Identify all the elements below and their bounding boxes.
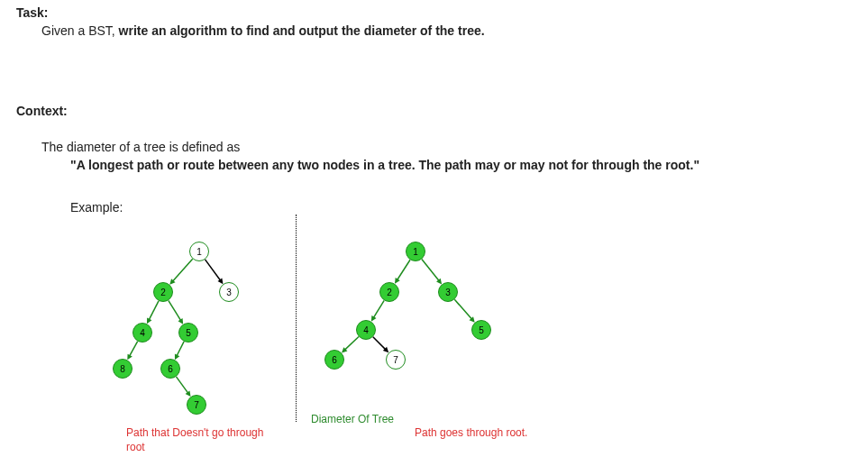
task-prefix: Given a BST, <box>41 23 119 38</box>
caption-left-l2: root <box>126 441 145 453</box>
svg-line-8 <box>129 342 138 358</box>
svg-line-12 <box>176 377 188 395</box>
task-heading: Task: <box>16 5 49 20</box>
tree-node-5: 5 <box>178 323 198 343</box>
task-bold: write an algorithm to find and output th… <box>119 23 485 38</box>
svg-line-4 <box>148 301 159 322</box>
svg-line-2 <box>206 260 222 282</box>
tree-node-8: 8 <box>113 359 132 379</box>
example-label: Example: <box>70 200 123 215</box>
caption-left-l1: Path that Doesn't go through <box>126 426 263 439</box>
svg-line-18 <box>372 300 384 319</box>
context-heading: Context: <box>16 104 68 118</box>
tree-node-6: 6 <box>160 359 180 379</box>
tree-node-5: 5 <box>471 320 491 340</box>
definition-prefix: The diameter of a tree is defined as <box>41 140 240 154</box>
svg-line-22 <box>343 337 359 352</box>
divider <box>296 215 297 422</box>
tree-node-3: 3 <box>438 282 458 302</box>
tree-node-7: 7 <box>187 395 206 415</box>
tree-node-3: 3 <box>219 282 239 302</box>
diagram-area: Diameter Of Tree Path that Doesn't go th… <box>63 233 577 462</box>
tree-node-2: 2 <box>379 282 399 302</box>
svg-line-0 <box>171 259 192 282</box>
task-text: Given a BST, write an algorithm to find … <box>41 23 485 38</box>
tree-node-4: 4 <box>132 323 152 343</box>
svg-line-16 <box>422 260 440 282</box>
definition-quote: "A longest path or route between any two… <box>70 158 854 172</box>
tree-node-4: 4 <box>356 320 376 340</box>
tree-node-1: 1 <box>406 242 425 261</box>
diameter-caption: Diameter Of Tree <box>311 413 394 425</box>
tree-node-2: 2 <box>153 282 173 302</box>
svg-line-24 <box>373 337 387 351</box>
caption-right: Path goes through root. <box>415 426 527 439</box>
svg-line-6 <box>169 300 182 322</box>
svg-line-14 <box>397 260 410 281</box>
svg-line-20 <box>454 299 472 320</box>
tree-node-6: 6 <box>324 350 344 370</box>
caption-left: Path that Doesn't go through root <box>126 426 279 454</box>
tree-node-1: 1 <box>189 242 209 261</box>
tree-node-7: 7 <box>386 350 406 370</box>
